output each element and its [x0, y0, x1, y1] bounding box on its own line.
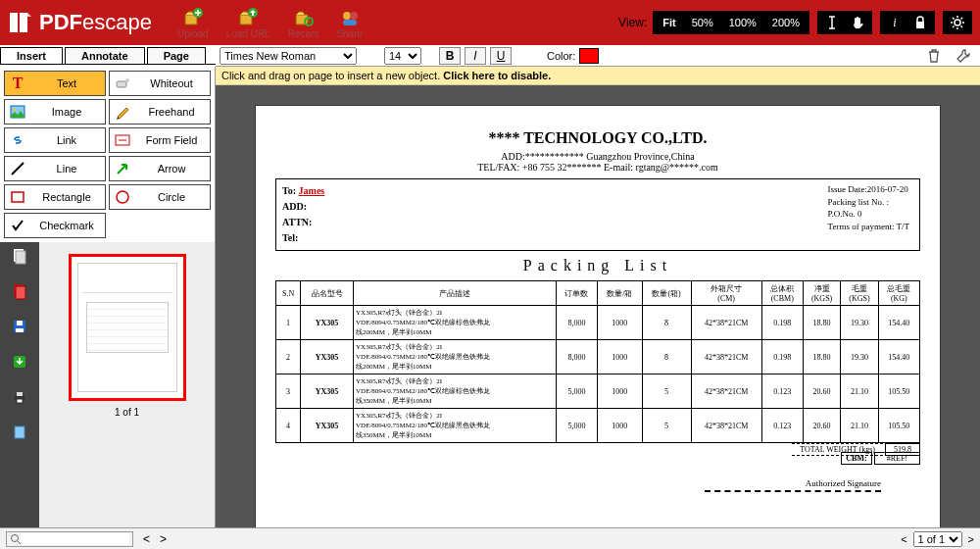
svg-point-22	[14, 109, 17, 112]
table-row: 3YX305YX305,R7s灯头（锌合金）2IVDE/8094/0.75MM2…	[276, 374, 920, 409]
rectangle-icon	[9, 188, 26, 206]
tool-circle[interactable]: Circle	[109, 184, 211, 210]
freehand-icon	[114, 103, 131, 121]
link-icon	[9, 131, 26, 149]
svg-rect-39	[15, 426, 24, 438]
top-upload[interactable]: Upload	[177, 7, 209, 39]
tool-freehand[interactable]: Freehand	[109, 99, 211, 125]
tool-image[interactable]: Image	[4, 99, 106, 125]
page-prev[interactable]: <	[901, 533, 906, 545]
canvas-area[interactable]: **** TECHNOLOGY CO.,LTD. ADD:***********…	[216, 85, 980, 529]
search-prev[interactable]: <	[143, 532, 150, 546]
print-icon[interactable]	[10, 387, 29, 407]
underline-button[interactable]: U	[490, 47, 512, 65]
save-icon[interactable]	[10, 317, 29, 336]
doc-icon[interactable]	[10, 423, 29, 442]
zoom-50[interactable]: 50%	[684, 17, 721, 28]
tool-checkmark[interactable]: Checkmark	[4, 213, 106, 238]
font-select[interactable]: Times New Roman	[220, 47, 357, 65]
arrow-icon	[114, 160, 131, 177]
svg-point-20	[125, 78, 129, 82]
whiteout-icon	[114, 75, 131, 92]
pages-red-icon[interactable]	[10, 281, 29, 301]
signature-label: Authorized Signature	[275, 478, 920, 488]
doc-title: **** TECHNOLOGY CO.,LTD.	[275, 129, 920, 147]
tool-link[interactable]: Link	[4, 127, 106, 153]
doc-contact: TEL/FAX: +86 755 32******* E-mail: rgtan…	[275, 162, 920, 173]
tool-line[interactable]: Line	[4, 156, 106, 181]
svg-rect-33	[17, 321, 23, 325]
page-thumbnail[interactable]	[69, 254, 186, 401]
tool-form-field[interactable]: Form Field	[109, 127, 211, 153]
svg-rect-9	[916, 22, 924, 28]
table-row: 1YX305YX305,R7s灯头（锌合金）2IVDE/8094/0.75MM2…	[276, 306, 920, 340]
text-cursor-icon[interactable]	[819, 12, 845, 33]
logo: PDFescape	[8, 10, 152, 35]
search-input[interactable]	[21, 533, 129, 545]
zoom-Fit[interactable]: Fit	[655, 17, 683, 28]
zoom-panel: Fit50%100%200%	[653, 11, 809, 34]
wrench-icon[interactable]	[951, 45, 976, 67]
svg-line-15	[953, 18, 955, 20]
tab-insert[interactable]: Insert	[0, 47, 63, 64]
search-next[interactable]: >	[160, 532, 167, 546]
to-field[interactable]: James	[299, 185, 325, 196]
checkmark-icon	[9, 217, 26, 234]
svg-point-7	[350, 12, 358, 20]
svg-rect-37	[17, 392, 23, 396]
tab-page[interactable]: Page	[147, 47, 206, 64]
svg-marker-2	[27, 13, 31, 17]
doc-addr: ADD:************ Guangzhou Province,Chin…	[275, 151, 920, 162]
tool-whiteout[interactable]: Whiteout	[109, 71, 211, 96]
svg-rect-31	[16, 286, 25, 299]
tool-text[interactable]: TText	[4, 71, 106, 96]
packing-table: S.N品名型号产品描述订单数数量/箱数量(箱)外箱尺寸(CM)总体积(CBM)净…	[275, 280, 920, 443]
bold-button[interactable]: B	[439, 47, 461, 65]
svg-rect-38	[17, 399, 23, 403]
tool-rectangle[interactable]: Rectangle	[4, 184, 106, 210]
hint-disable-link[interactable]: Click here to disable.	[443, 70, 551, 81]
page-select[interactable]: 1 of 1	[913, 531, 962, 547]
top-share[interactable]: Share	[336, 7, 363, 39]
color-swatch[interactable]	[579, 48, 599, 64]
pdf-page[interactable]: **** TECHNOLOGY CO.,LTD. ADD:***********…	[255, 105, 941, 529]
top-load-url[interactable]: Load URL	[226, 7, 270, 39]
table-row: 4YX305YX305,R7s灯头（锌合金）2IVDE/8094/0.75MM2…	[276, 409, 920, 443]
hint-bar: Click and drag on page to insert a new o…	[216, 67, 980, 85]
gear-icon[interactable]	[945, 12, 970, 33]
lock-icon[interactable]	[907, 12, 933, 33]
hand-icon[interactable]	[845, 12, 870, 33]
svg-rect-29	[16, 251, 25, 264]
download-icon[interactable]	[10, 352, 29, 372]
line-icon	[9, 160, 26, 177]
tab-annotate[interactable]: Annotate	[65, 47, 145, 64]
svg-point-40	[12, 534, 19, 541]
image-icon	[9, 103, 26, 121]
italic-button[interactable]: I	[465, 47, 486, 65]
text-icon: T	[9, 75, 26, 92]
form-field-icon	[114, 131, 131, 149]
top-recent[interactable]: Recent	[288, 7, 319, 39]
size-select[interactable]: 14	[384, 47, 421, 65]
svg-point-6	[343, 12, 351, 20]
svg-point-10	[955, 20, 960, 25]
table-row: 2YX305YX305,R7s灯头（锌合金）2IVDE/8094/0.75MM2…	[276, 340, 920, 374]
svg-rect-0	[10, 13, 18, 32]
page-next[interactable]: >	[968, 533, 974, 545]
svg-rect-19	[117, 81, 126, 87]
svg-rect-26	[12, 192, 24, 202]
zoom-100[interactable]: 100%	[721, 17, 764, 28]
zoom-200[interactable]: 200%	[764, 17, 808, 28]
search-box[interactable]	[6, 531, 133, 547]
svg-line-25	[12, 163, 24, 175]
pages-icon[interactable]	[10, 246, 29, 266]
circle-icon	[114, 188, 131, 206]
color-label: Color:	[547, 50, 575, 62]
packing-list-title: Packing List	[275, 257, 920, 274]
tool-arrow[interactable]: Arrow	[109, 156, 211, 181]
info-icon[interactable]: i	[882, 12, 907, 33]
svg-rect-1	[20, 13, 27, 32]
trash-icon[interactable]	[921, 45, 947, 67]
view-label: View:	[612, 14, 653, 31]
svg-line-18	[961, 18, 963, 20]
